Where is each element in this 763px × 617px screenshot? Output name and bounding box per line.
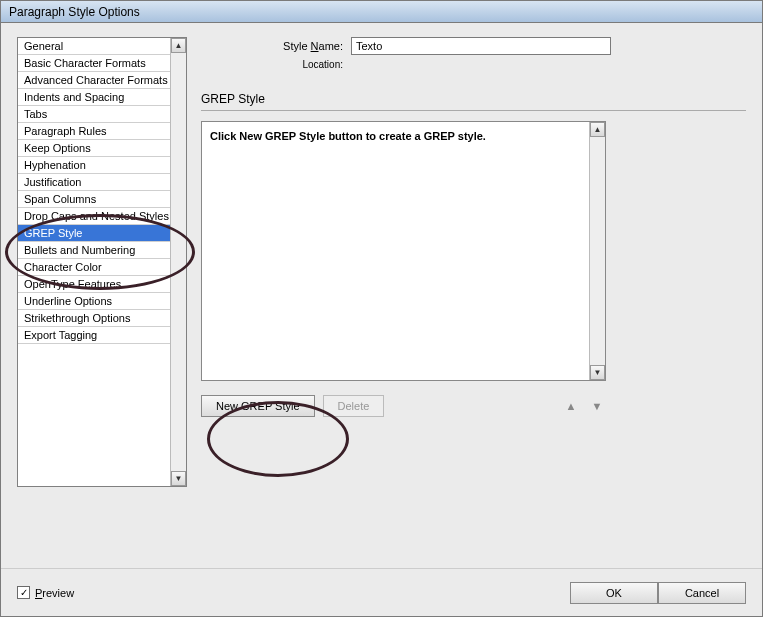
scroll-track[interactable] xyxy=(171,53,186,471)
section-title: GREP Style xyxy=(201,92,746,106)
grep-scrollbar[interactable]: ▲ ▼ xyxy=(589,122,605,380)
scroll-down-icon[interactable]: ▼ xyxy=(590,365,605,380)
style-name-input[interactable] xyxy=(351,37,611,55)
sidebar-item[interactable]: Basic Character Formats xyxy=(18,55,186,72)
style-name-label-post: ame: xyxy=(319,40,343,52)
dialog-footer: ✓ Preview OK Cancel xyxy=(1,568,762,616)
scroll-up-icon[interactable]: ▲ xyxy=(171,38,186,53)
sidebar-item[interactable]: Export Tagging xyxy=(18,327,186,344)
sidebar-item[interactable]: Paragraph Rules xyxy=(18,123,186,140)
sidebar-item[interactable]: Strikethrough Options xyxy=(18,310,186,327)
titlebar: Paragraph Style Options xyxy=(1,1,762,23)
scroll-track[interactable] xyxy=(590,137,605,365)
sidebar-item[interactable]: Underline Options xyxy=(18,293,186,310)
sidebar-item[interactable]: Keep Options xyxy=(18,140,186,157)
window-title: Paragraph Style Options xyxy=(9,5,140,19)
sidebar-item[interactable]: Drop Caps and Nested Styles xyxy=(18,208,186,225)
delete-button: Delete xyxy=(323,395,385,417)
section-divider xyxy=(201,110,746,111)
style-name-row: Style Name: xyxy=(201,37,746,55)
category-list[interactable]: GeneralBasic Character FormatsAdvanced C… xyxy=(17,37,187,487)
preview-label-text: review xyxy=(42,587,74,599)
move-down-icon[interactable]: ▼ xyxy=(588,397,606,415)
move-up-icon[interactable]: ▲ xyxy=(562,397,580,415)
new-grep-style-button[interactable]: New GREP Style xyxy=(201,395,315,417)
sidebar-item[interactable]: General xyxy=(18,38,186,55)
sidebar-item[interactable]: Hyphenation xyxy=(18,157,186,174)
sidebar-item[interactable]: Character Color xyxy=(18,259,186,276)
style-name-label-pre: Style xyxy=(283,40,311,52)
style-name-label-accel: N xyxy=(311,40,319,52)
sidebar-item[interactable]: Advanced Character Formats xyxy=(18,72,186,89)
sidebar-item[interactable]: Tabs xyxy=(18,106,186,123)
scroll-down-icon[interactable]: ▼ xyxy=(171,471,186,486)
ok-button[interactable]: OK xyxy=(570,582,658,604)
sidebar-item[interactable]: GREP Style xyxy=(18,225,186,242)
grep-empty-message: Click New GREP Style button to create a … xyxy=(210,130,597,142)
cancel-button[interactable]: Cancel xyxy=(658,582,746,604)
sidebar-item[interactable]: Justification xyxy=(18,174,186,191)
preview-label[interactable]: Preview xyxy=(35,587,74,599)
location-label: Location: xyxy=(201,59,351,70)
sidebar-item[interactable]: Bullets and Numbering xyxy=(18,242,186,259)
preview-checkbox[interactable]: ✓ xyxy=(17,586,30,599)
scroll-up-icon[interactable]: ▲ xyxy=(590,122,605,137)
content-area: GeneralBasic Character FormatsAdvanced C… xyxy=(1,23,762,568)
sidebar-scrollbar[interactable]: ▲ ▼ xyxy=(170,38,186,486)
sidebar-item[interactable]: Span Columns xyxy=(18,191,186,208)
grep-style-list[interactable]: Click New GREP Style button to create a … xyxy=(201,121,606,381)
style-name-label: Style Name: xyxy=(201,40,351,52)
grep-button-row: New GREP Style Delete ▲ ▼ xyxy=(201,395,606,417)
dialog-window: Paragraph Style Options GeneralBasic Cha… xyxy=(0,0,763,617)
location-row: Location: xyxy=(201,55,746,70)
sidebar-item[interactable]: OpenType Features xyxy=(18,276,186,293)
sidebar-item[interactable]: Indents and Spacing xyxy=(18,89,186,106)
main-panel: Style Name: Location: GREP Style Click N… xyxy=(201,37,746,568)
